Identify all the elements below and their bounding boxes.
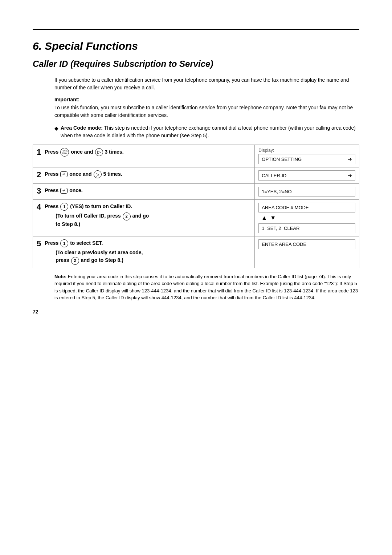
display-text-2: CALLER-ID xyxy=(262,173,286,178)
display-arrow-2: ➔ xyxy=(348,173,352,178)
step-5-row: 5 Press 1 to select SET. (To clear a pre… xyxy=(33,236,359,268)
step-3-row: 3 Press ↵ once. 1=YES, 2=NO xyxy=(33,184,359,200)
note-body: Entering your area code in this step cau… xyxy=(54,274,358,301)
important-text: To use this function, you must subscribe… xyxy=(33,104,359,119)
btn-1-step4: 1 xyxy=(60,203,68,211)
step-2-number: 2 xyxy=(37,170,41,179)
display-arrows-4: ▲ ▼ xyxy=(258,214,355,222)
display-label-1: Display: xyxy=(258,148,355,153)
enter-button-icon-3: ↵ xyxy=(60,188,68,194)
step-4-row: 4 Press 1 (YES) to turn on Caller ID. (T… xyxy=(33,200,359,236)
bullet-diamond: ◆ xyxy=(54,125,58,132)
step-3-number: 3 xyxy=(37,187,41,195)
step-2-display: CALLER-ID ➔ xyxy=(255,167,359,184)
step-4-number: 4 xyxy=(37,203,41,211)
step-1-display: Display: OPTION SETTING ➔ xyxy=(255,145,359,167)
step-4-content: Press 1 (YES) to turn on Caller ID. (To … xyxy=(45,203,149,228)
step-3-instruction: 3 Press ↵ once. xyxy=(33,184,255,200)
nav-right-icon-2: ▷ xyxy=(94,170,102,178)
page-number: 72 xyxy=(33,309,359,315)
step-5-content: Press 1 to select SET. (To clear a previ… xyxy=(45,239,143,265)
bullet-text: Area Code mode: This step is needed if y… xyxy=(61,124,359,139)
step-1-number: 1 xyxy=(37,148,41,157)
function-button-icon: FUNCTION xyxy=(60,148,69,157)
step-3-content: Press ↵ once. xyxy=(45,187,83,194)
down-arrow-4: ▼ xyxy=(270,215,276,221)
bullet-bold: Area Code mode: xyxy=(61,125,103,131)
step-5-instruction: 5 Press 1 to select SET. (To clear a pre… xyxy=(33,236,255,268)
btn-1-step5: 1 xyxy=(60,239,68,247)
note-text: Note: Entering your area code in this st… xyxy=(33,273,359,301)
bullet-area-code-mode: ◆ Area Code mode: This step is needed if… xyxy=(33,124,359,139)
display-box-4b: 1=SET, 2=CLEAR xyxy=(258,223,355,233)
steps-table: 1 Press FUNCTION once and ▷ 3 times. Dis… xyxy=(33,145,359,268)
up-arrow-4: ▲ xyxy=(261,215,267,221)
step-2-row: 2 Press ↵ once and ▷ 5 times. CALLER-ID … xyxy=(33,167,359,184)
display-box-2: CALLER-ID ➔ xyxy=(258,170,355,181)
important-label: Important: xyxy=(33,97,359,102)
display-box-4a: AREA CODE # MODE xyxy=(258,203,355,212)
enter-button-icon-2: ↵ xyxy=(60,171,68,177)
step-2-instruction: 2 Press ↵ once and ▷ 5 times. xyxy=(33,167,255,184)
display-box-5: ENTER AREA CODE xyxy=(258,239,355,249)
step-4-display: AREA CODE # MODE ▲ ▼ 1=SET, 2=CLEAR xyxy=(255,200,359,236)
step-1-row: 1 Press FUNCTION once and ▷ 3 times. Dis… xyxy=(33,145,359,167)
display-stacked-4: AREA CODE # MODE ▲ ▼ 1=SET, 2=CLEAR xyxy=(258,203,355,233)
display-box-3: 1=YES, 2=NO xyxy=(258,187,355,197)
step-5-sub: (To clear a previously set area code, pr… xyxy=(45,249,143,264)
display-arrow-1: ➔ xyxy=(348,156,352,162)
step-1-instruction: 1 Press FUNCTION once and ▷ 3 times. xyxy=(33,145,255,167)
step-4-sub: (To turn off Caller ID, press 2 and goto… xyxy=(45,212,149,228)
step-4-instruction: 4 Press 1 (YES) to turn on Caller ID. (T… xyxy=(33,200,255,236)
display-text-3: 1=YES, 2=NO xyxy=(262,189,291,194)
step-2-content: Press ↵ once and ▷ 5 times. xyxy=(45,170,122,178)
intro-text: If you subscribe to a caller identificat… xyxy=(33,76,359,92)
display-box-1: OPTION SETTING ➔ xyxy=(258,154,355,164)
step-3-display: 1=YES, 2=NO xyxy=(255,184,359,200)
nav-right-icon-1: ▷ xyxy=(95,148,103,156)
btn-2-step5: 2 xyxy=(71,257,79,265)
step-1-content: Press FUNCTION once and ▷ 3 times. xyxy=(45,148,123,157)
step-5-display: ENTER AREA CODE xyxy=(255,236,359,268)
display-text-1: OPTION SETTING xyxy=(262,157,302,162)
step-5-number: 5 xyxy=(37,239,41,248)
btn-2-step4: 2 xyxy=(123,212,131,220)
note-bold: Note: xyxy=(54,274,66,279)
section-title: Caller ID (Requires Subscription to Serv… xyxy=(33,59,359,69)
top-rule xyxy=(33,29,359,30)
chapter-title: 6. Special Functions xyxy=(33,40,359,52)
